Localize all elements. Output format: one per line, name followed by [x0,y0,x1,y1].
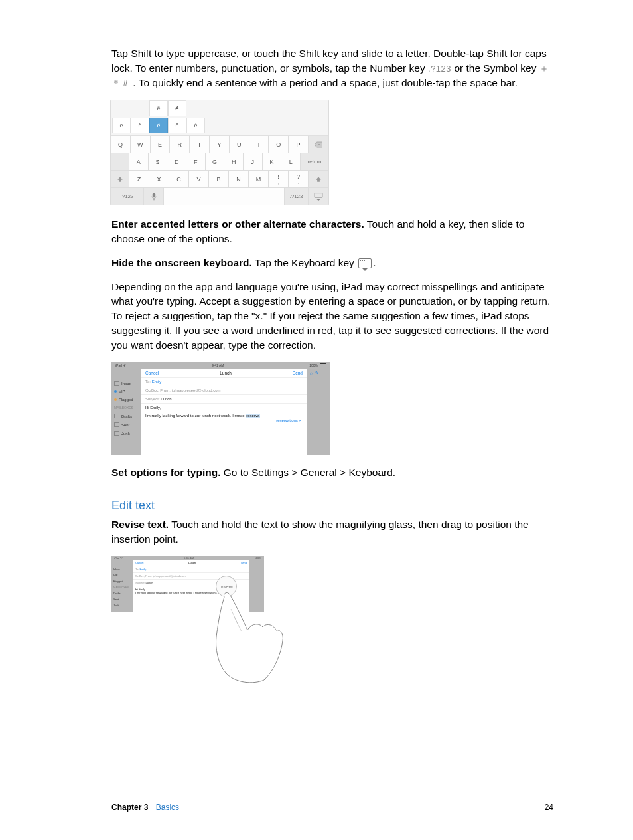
shift-key-right[interactable] [309,171,328,187]
accent-key[interactable]: ē [112,118,131,133]
revise-paragraph: Revise text. Touch and hold the text to … [111,517,553,546]
shift-key[interactable] [111,171,129,187]
chapter-label: Chapter 3 [111,803,148,812]
accent-bold: Enter accented letters or other alternat… [111,218,364,230]
page: Tap Shift to type uppercase, or touch th… [0,0,633,840]
suggestion-bubble[interactable]: reservations × [145,418,303,422]
key-question-period[interactable]: ? . [289,171,309,187]
key-i[interactable]: I [249,136,269,153]
key-f[interactable]: F [186,153,206,170]
keyboard-icon [358,258,372,268]
cancel-button[interactable]: Cancel [145,371,159,375]
key-exclaim-comma[interactable]: ! , [269,171,289,187]
options-paragraph: Set options for typing. Go to Settings >… [111,465,553,480]
page-footer: Chapter 3 Basics 24 [111,803,553,812]
mini-flagged[interactable]: Flagged [111,578,133,584]
mini-inbox[interactable]: Inbox [111,566,133,572]
chapter-title[interactable]: Basics [156,803,179,812]
keyboard-figure: ë ẽ ē è é ê ė Q W E R T Y U I [110,100,329,205]
svg-rect-0 [153,193,155,197]
accent-key[interactable]: ê [168,118,186,133]
key-t[interactable]: T [190,136,210,153]
correct-paragraph: Depending on the app and language you're… [111,280,553,353]
number-key-right[interactable]: .?123 [285,188,309,205]
sidebar-drafts[interactable]: Drafts [111,412,141,420]
sidebar-junk[interactable]: Junk [111,429,141,438]
hide-rest-post: . [373,257,376,268]
key-l[interactable]: L [281,153,301,170]
compose-body[interactable]: Hi Emily, I'm really looking forward to … [141,404,307,424]
key-e[interactable]: E [151,136,171,153]
hand-illustration [211,590,284,683]
sidebar-sent[interactable]: Sent [111,420,141,429]
key-k[interactable]: K [263,153,282,170]
sidebar-vip[interactable]: VIP [111,388,141,396]
backspace-key[interactable] [309,136,328,153]
hide-keyboard-key[interactable] [309,188,328,205]
key-b[interactable]: B [209,171,229,187]
svg-rect-1 [315,193,322,197]
status-time: 9:41 AM [212,363,224,367]
key-z[interactable]: Z [129,171,149,187]
mail-compose: Cancel Lunch Send To: Emily Cc/Bcc, From… [141,369,307,455]
edit-text-figure: iPad ᗐ 9:41 AM 100% Inbox VIP Flagged MA… [111,556,264,682]
key-s[interactable]: S [149,153,168,170]
key-y[interactable]: Y [210,136,230,153]
sidebar-mailboxes-label: MAILBOXES [111,404,141,412]
options-rest: Go to Settings > General > Keyboard. [220,467,395,478]
intro-post: . To quickly end a sentence with a perio… [133,77,518,88]
sidebar-inbox[interactable]: Inbox [111,379,141,388]
dictation-key[interactable] [144,188,164,205]
key-d[interactable]: D [167,153,186,170]
spacebar[interactable] [164,188,285,205]
revise-rest: Touch and hold the text to show the magn… [111,519,529,545]
accent-key[interactable]: ė [186,118,205,133]
return-key[interactable]: return [301,153,328,170]
status-batt: 100% [309,363,318,367]
mini-junk[interactable]: Junk [111,602,133,608]
edit-text-heading: Edit text [111,499,553,513]
compose-icon[interactable]: ✎ [315,371,319,376]
compose-title: Lunch [220,371,232,375]
key-m[interactable]: M [249,171,269,187]
hide-rest-pre: Tap the Keyboard key [252,257,357,268]
key-a[interactable]: A [129,153,149,170]
hide-paragraph: Hide the onscreen keyboard. Tap the Keyb… [111,256,553,270]
key-u[interactable]: U [230,136,249,153]
key-n[interactable]: N [229,171,249,187]
key-p[interactable]: P [289,136,309,153]
accent-key-selected[interactable]: é [149,118,168,133]
status-bar: iPad ᗐ 9:41 AM 100% [111,362,330,369]
send-button[interactable]: Send [293,371,303,375]
intro-mid: or the Symbol key [454,62,539,74]
key-o[interactable]: O [269,136,289,153]
options-bold: Set options for typing. [111,467,220,478]
page-number: 24 [545,803,553,812]
mini-sent[interactable]: Sent [111,596,133,602]
key-w[interactable]: W [131,136,151,153]
key-c[interactable]: C [169,171,189,187]
hide-bold: Hide the onscreen keyboard. [111,257,252,268]
key-r[interactable]: R [170,136,190,153]
mini-vip[interactable]: VIP [111,572,133,578]
to-field[interactable]: To: Emily [141,378,307,386]
subject-field[interactable]: Subject: Lunch [141,395,307,404]
row2-spacer [111,153,129,170]
accent-key[interactable]: è [131,118,149,133]
accent-key[interactable]: ë [149,100,168,116]
key-h[interactable]: H [224,153,244,170]
sidebar-flagged[interactable]: Flagged [111,396,141,404]
key-q[interactable]: Q [111,136,131,153]
key-g[interactable]: G [206,153,225,170]
accent-key[interactable]: ẽ [168,100,186,116]
cc-field[interactable]: Cc/Bcc, From: johnappleseed@icloud.com [141,386,307,395]
key-j[interactable]: J [244,153,263,170]
revise-bold: Revise text. [111,519,169,530]
intro-paragraph: Tap Shift to type uppercase, or touch th… [111,46,553,90]
number-key[interactable]: .?123 [111,188,144,205]
mini-drafts[interactable]: Drafts [111,590,133,596]
mail-rightbar: ⌕ ✎ [307,369,330,455]
key-v[interactable]: V [189,171,209,187]
search-icon[interactable]: ⌕ [310,371,313,376]
key-x[interactable]: X [149,171,169,187]
